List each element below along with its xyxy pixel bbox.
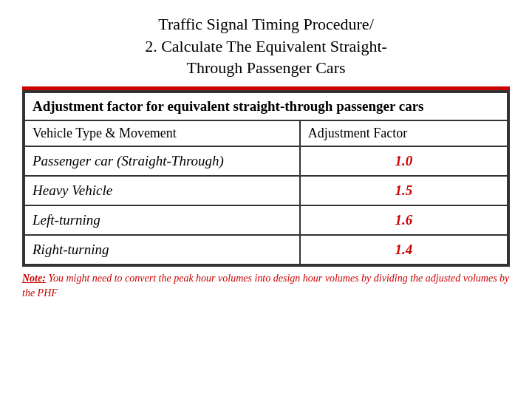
vehicle-type-2: Heavy Vehicle <box>24 176 300 205</box>
note-label: Note: <box>22 273 46 284</box>
vehicle-type-3: Left-turning <box>24 205 300 235</box>
page-title: Traffic Signal Timing Procedure/ 2. Calc… <box>145 13 387 79</box>
note-text: You might need to convert the peak hour … <box>22 273 509 299</box>
table-row: Right-turning 1.4 <box>24 235 508 265</box>
main-table-wrapper: Adjustment factor for equivalent straigh… <box>22 90 510 267</box>
table-row: Heavy Vehicle 1.5 <box>24 176 508 205</box>
col1-header: Vehicle Type & Movement <box>24 120 300 146</box>
adjustment-table: Adjustment factor for equivalent straigh… <box>24 92 508 265</box>
vehicle-type-4: Right-turning <box>24 235 300 265</box>
col2-header: Adjustment Factor <box>300 120 508 146</box>
factor-value-3: 1.6 <box>300 205 508 235</box>
table-main-header: Adjustment factor for equivalent straigh… <box>24 92 508 120</box>
table-row: Left-turning 1.6 <box>24 205 508 235</box>
vehicle-type-1: Passenger car (Straight-Through) <box>24 146 300 176</box>
note-section: Note: You might need to convert the peak… <box>22 271 510 300</box>
factor-value-2: 1.5 <box>300 176 508 205</box>
factor-value-4: 1.4 <box>300 235 508 265</box>
table-col-header-row: Vehicle Type & Movement Adjustment Facto… <box>24 120 508 146</box>
table-row: Passenger car (Straight-Through) 1.0 <box>24 146 508 176</box>
table-header-row: Adjustment factor for equivalent straigh… <box>24 92 508 120</box>
factor-value-1: 1.0 <box>300 146 508 176</box>
